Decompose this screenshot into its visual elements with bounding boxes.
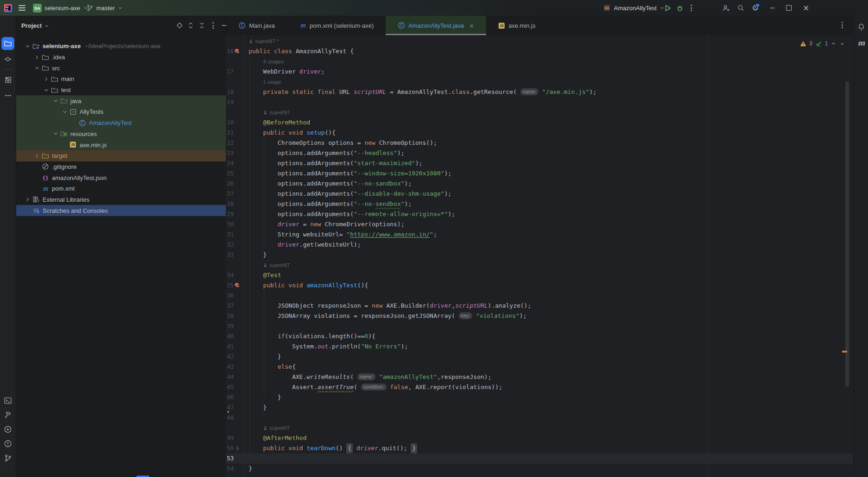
maximize-button[interactable]: [786, 0, 792, 16]
tree-item-target[interactable]: target: [16, 150, 226, 161]
chevron-right-icon[interactable]: [24, 196, 31, 203]
editor-scrollbar[interactable]: [845, 81, 849, 387]
chevron-down-icon[interactable]: [61, 108, 69, 116]
maven-tool-window-button[interactable]: m: [854, 39, 868, 47]
code-line-20[interactable]: 20 @BeforeMethod: [226, 118, 853, 128]
version-control-tool-button[interactable]: [1, 452, 14, 465]
run-test-gutter-icon[interactable]: [234, 282, 241, 289]
project-badge[interactable]: SA: [33, 0, 42, 16]
tree-item-src[interactable]: src: [16, 62, 226, 74]
tree-item-test[interactable]: test: [16, 85, 226, 96]
commit-tool-button[interactable]: [1, 53, 14, 66]
code-line-53[interactable]: 53: [226, 453, 853, 464]
project-panel-title[interactable]: Project: [21, 22, 42, 29]
usages-hint[interactable]: 4 usages: [263, 56, 284, 67]
code-line-41[interactable]: 41 System.out.println("No Errors");: [226, 341, 853, 352]
tree-item-allytests[interactable]: AllyTests: [16, 106, 226, 118]
code-line-27[interactable]: 27 options.addArguments("--disable-dev-s…: [226, 189, 853, 199]
author-annotation[interactable]: sujeetNT: [263, 423, 290, 433]
terminal-tool-button[interactable]: [1, 394, 14, 407]
code-line-39[interactable]: 39: [226, 321, 853, 331]
chevron-right-icon[interactable]: [43, 75, 50, 83]
author-annotation[interactable]: sujeetNT: [263, 107, 290, 118]
code-line-29[interactable]: 29 options.addArguments("--remote-allow-…: [226, 209, 853, 219]
chevron-down-icon[interactable]: [33, 64, 41, 72]
code-line-30[interactable]: 30 driver = new ChromeDriver(options);: [226, 219, 853, 229]
fold-gutter-icon[interactable]: [234, 445, 241, 452]
usages-hint[interactable]: 1 usage: [263, 77, 281, 87]
more-tool-button[interactable]: [1, 89, 14, 102]
code-line-22[interactable]: 22 ChromeOptions options = new ChromeOpt…: [226, 138, 853, 148]
code-line-45[interactable]: 45 Assert.assertTrue( condition: false, …: [226, 382, 853, 392]
code-line-44[interactable]: 44 AXE.writeResults( name: "amazonAllyTe…: [226, 372, 853, 382]
tree-item-axe-min-js[interactable]: JSaxe.min.js: [16, 139, 226, 150]
code-with-me-button[interactable]: [722, 0, 730, 16]
tree-item-java[interactable]: java: [16, 95, 226, 106]
tree-item-selenium-axe[interactable]: selenium-axe~/IdeaProjects/selenium-axe: [16, 41, 226, 52]
project-tool-button[interactable]: [1, 37, 14, 50]
code-line-50[interactable]: 50 public void tearDown() { driver.quit(…: [226, 443, 853, 453]
settings-button[interactable]: ⚙: [752, 0, 759, 16]
tree-item--gitignore[interactable]: .gitignore: [16, 161, 226, 173]
code-line-21[interactable]: 21 public void setup(){: [226, 128, 853, 138]
search-everywhere-button[interactable]: [737, 0, 744, 16]
notifications-button[interactable]: [857, 23, 865, 31]
code-line-34[interactable]: 34 @Test: [226, 270, 853, 280]
minimize-button[interactable]: −: [769, 0, 775, 16]
chevron-down-icon[interactable]: [43, 87, 50, 94]
branch-widget[interactable]: master: [86, 0, 124, 16]
error-stripe-mark[interactable]: [842, 351, 847, 353]
run-button[interactable]: [664, 0, 672, 16]
tree-item-main[interactable]: main: [16, 74, 226, 85]
tab-options-button[interactable]: [842, 22, 843, 28]
code-line-32[interactable]: 32 driver.get(websiteUrl);: [226, 240, 853, 250]
code-line-25[interactable]: 25 options.addArguments("--window-size=1…: [226, 168, 853, 179]
expand-all-button[interactable]: [187, 22, 194, 29]
chevron-right-icon[interactable]: [33, 152, 41, 160]
project-widget[interactable]: selenium-axe: [44, 0, 89, 16]
editor-tab-amazonallytest-java[interactable]: CAmazonAllyTest.java×: [386, 16, 486, 35]
tree-item-resources[interactable]: resources: [16, 129, 226, 140]
chevron-down-icon[interactable]: [52, 97, 59, 105]
code-line-33[interactable]: 33 }: [226, 250, 853, 260]
debug-button[interactable]: [676, 0, 684, 16]
code-line-46[interactable]: 46 }: [226, 392, 853, 403]
close-tab-icon[interactable]: ×: [469, 22, 474, 29]
code-editor[interactable]: sujeetNT *16public class AmazonAllyTest …: [226, 35, 853, 477]
tree-item-scratches-and-consoles[interactable]: Scratches and Consoles: [16, 205, 226, 216]
close-button[interactable]: ×: [803, 0, 809, 16]
tree-item-pom-xml[interactable]: mpom.xml: [16, 183, 226, 194]
run-configuration-widget[interactable]: NG AmazonAllyTest: [603, 0, 665, 16]
chevron-down-icon[interactable]: [52, 130, 59, 137]
code-line-48[interactable]: 48: [226, 413, 853, 423]
locate-file-button[interactable]: [176, 22, 183, 29]
prev-problem-button[interactable]: [831, 41, 837, 47]
author-annotation[interactable]: sujeetNT: [263, 260, 290, 270]
chevron-down-icon[interactable]: [24, 43, 31, 50]
code-line-23[interactable]: 23 options.addArguments("--headless");: [226, 148, 853, 158]
main-menu-button[interactable]: [19, 0, 25, 16]
inspections-widget[interactable]: 3 1: [800, 39, 845, 48]
services-tool-button[interactable]: [1, 423, 14, 436]
code-line-36[interactable]: 36: [226, 291, 853, 301]
code-line-37[interactable]: 37 JSONObject responseJson = new AXE.Bui…: [226, 301, 853, 311]
tree-item--idea[interactable]: .idea: [16, 52, 226, 63]
next-problem-button[interactable]: [839, 41, 845, 47]
more-actions-button[interactable]: [691, 0, 692, 16]
run-test-gutter-icon[interactable]: [234, 48, 241, 55]
code-line-43[interactable]: 43 else{: [226, 362, 853, 372]
editor-tab-pom-xml-selenium-axe-[interactable]: mpom.xml (selenium-axe): [287, 16, 386, 35]
code-line-54[interactable]: 54}: [226, 464, 853, 474]
code-line-38[interactable]: 38 JSONArray violations = responseJson.g…: [226, 311, 853, 321]
code-line-31[interactable]: 31 String websiteUrl= "https://www.amazo…: [226, 229, 853, 240]
code-line-28[interactable]: 28 options.addArguments("--no-sendbox");: [226, 199, 853, 209]
structure-tool-button[interactable]: [1, 73, 14, 86]
build-tool-button[interactable]: [1, 409, 14, 421]
panel-options-button[interactable]: [209, 22, 217, 29]
code-line-26[interactable]: 26 options.addArguments("--no-sandbox");: [226, 179, 853, 189]
editor-tab-main-java[interactable]: CMain.java: [226, 16, 287, 35]
code-line-35[interactable]: 35 public void amazonAllyTest(){: [226, 280, 853, 291]
code-line-24[interactable]: 24 options.addArguments("start-maximized…: [226, 158, 853, 168]
author-annotation[interactable]: sujeetNT *: [249, 36, 279, 46]
code-line-17[interactable]: 17 WebDriver driver;: [226, 67, 853, 77]
